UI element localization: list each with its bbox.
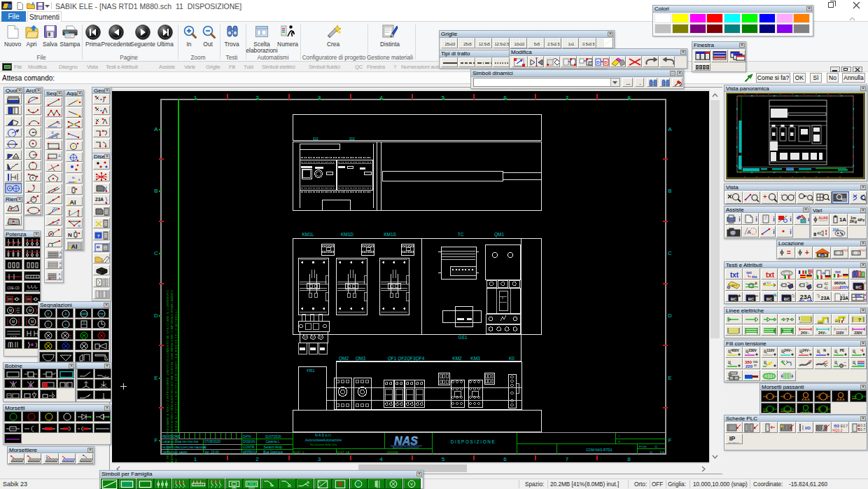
svg-text:txt: txt <box>747 270 752 275</box>
svg-text:F: F <box>668 437 672 443</box>
svg-text:N: N <box>68 232 72 238</box>
svg-text:230V: 230V <box>749 348 757 352</box>
svg-text:D: D <box>596 60 600 64</box>
svg-text:11: 11 <box>650 450 653 454</box>
svg-text:1?V2: 1?V2 <box>860 249 867 252</box>
svg-text:2Kg: 2Kg <box>850 219 857 223</box>
svg-text:110V: 110V <box>836 331 845 335</box>
svg-text:BC: BC <box>748 296 755 301</box>
svg-text:23A: 23A <box>821 296 830 301</box>
svg-text:BC: BC <box>766 296 772 301</box>
svg-text:Catania L.: Catania L. <box>266 440 281 443</box>
svg-text:Δx: Δx <box>72 176 76 179</box>
svg-text:V: V <box>410 482 413 486</box>
svg-text:12.5x5: 12.5x5 <box>479 42 490 46</box>
svg-text:~: ~ <box>844 360 846 364</box>
svg-text:.: . <box>640 81 641 85</box>
svg-text:i: i <box>773 228 775 235</box>
svg-text:24V~: 24V~ <box>801 331 809 335</box>
svg-text:A: A <box>748 229 752 235</box>
svg-text:Δ: Δ <box>57 120 60 124</box>
svg-text:QF1: QF1 <box>388 356 397 361</box>
svg-text:KM1L: KM1L <box>302 232 314 237</box>
svg-text:+: + <box>763 193 766 200</box>
svg-text:Δ: Δ <box>78 178 80 181</box>
svg-text:12.5x2.5: 12.5x2.5 <box>495 42 510 46</box>
svg-text:?: ? <box>858 317 861 322</box>
svg-text:8: 8 <box>627 456 631 462</box>
svg-text:Δ: Δ <box>59 272 61 275</box>
svg-text:1?V2: 1?V2 <box>841 249 848 252</box>
svg-text:24V~: 24V~ <box>802 348 811 352</box>
svg-text:Δ: Δ <box>59 276 61 280</box>
svg-text:25x5: 25x5 <box>463 42 472 46</box>
svg-text:1 2 3: 1 2 3 <box>10 335 18 338</box>
svg-text:24V−: 24V− <box>818 331 827 335</box>
svg-text:ALIAS: ALIAS <box>818 216 828 220</box>
svg-text:KM3: KM3 <box>470 356 480 361</box>
svg-text:AI: AI <box>71 243 78 250</box>
svg-text:GS1: GS1 <box>458 335 467 340</box>
svg-text:VERSIONE SABIK: VERSIONE SABIK <box>162 450 188 454</box>
svg-text:#: # <box>755 281 758 285</box>
svg-text:C: C <box>154 250 158 256</box>
svg-text:i: i <box>738 216 741 223</box>
svg-text:ttx: ttx <box>752 275 758 279</box>
svg-text:3: 3 <box>318 456 321 462</box>
svg-text:0.5x0.5: 0.5x0.5 <box>582 42 595 46</box>
svg-text:D: D <box>668 312 672 319</box>
svg-text:25x10: 25x10 <box>445 42 456 46</box>
svg-text:+: + <box>805 249 809 256</box>
svg-text:Δ: Δ <box>59 266 62 269</box>
svg-text:ORIGINE:: ORIGINE: <box>386 450 399 454</box>
svg-text:%Q1.2: %Q1.2 <box>832 428 843 432</box>
svg-text:FOGL.: FOGL. <box>639 445 648 448</box>
svg-text:B: B <box>154 188 158 194</box>
svg-text:07/08/2020: 07/08/2020 <box>204 440 220 443</box>
svg-text:5: 5 <box>442 456 445 462</box>
svg-text:NAS: NAS <box>394 435 418 447</box>
svg-text:NUMERO MODIFICHE PAGINA: NUMERO MODIFICHE PAGINA <box>162 446 206 449</box>
svg-text:n: n <box>65 322 67 326</box>
svg-text:1x1: 1x1 <box>568 42 575 46</box>
svg-text:110V: 110V <box>766 348 775 352</box>
svg-text:α: α <box>56 135 58 139</box>
svg-text:24V−: 24V− <box>784 348 792 352</box>
svg-text:D: D <box>154 312 158 319</box>
svg-text:E: E <box>154 375 158 381</box>
svg-text:i: i <box>756 216 758 223</box>
svg-text:Δ: Δ <box>59 261 62 265</box>
svg-text:COM:NAS RTD1: COM:NAS RTD1 <box>586 448 612 452</box>
svg-text:F: F <box>155 437 158 443</box>
svg-text:?: ? <box>97 233 100 237</box>
svg-text:BC: BC <box>731 296 737 301</box>
svg-text:REVISIONE :: REVISIONE : <box>162 435 182 439</box>
svg-text:110: 110 <box>753 360 758 364</box>
svg-text:8: 8 <box>700 65 702 69</box>
svg-text:txt: txt <box>766 271 775 279</box>
svg-text:N A S s.r.l.: N A S s.r.l. <box>315 433 332 437</box>
svg-text:ABC: ABC <box>854 294 862 298</box>
svg-text:KM2: KM2 <box>452 356 462 361</box>
svg-text:MFG: MFG <box>732 284 737 287</box>
svg-text:220: 220 <box>746 364 753 369</box>
svg-text:A: A <box>668 126 672 132</box>
svg-text:Via Quintino Sella 11/a: Via Quintino Sella 11/a <box>310 443 337 446</box>
svg-text:QM1: QM1 <box>494 232 504 237</box>
svg-text:M: M <box>30 319 33 324</box>
svg-text:Bua Gianluca: Bua Gianluca <box>263 450 283 454</box>
svg-text:BC: BC <box>784 296 790 301</box>
svg-text:C: C <box>668 250 672 256</box>
svg-text:7: 7 <box>566 456 569 462</box>
svg-text:APPROV.: APPROV. <box>243 450 257 454</box>
svg-text:i: i <box>773 216 775 223</box>
svg-text:Automotive & automazione: Automotive & automazione <box>393 446 419 449</box>
svg-text:QM2: QM2 <box>339 356 349 361</box>
svg-text:Δ: Δ <box>58 153 61 158</box>
svg-text:CDE-CD: CDE-CD <box>7 287 20 290</box>
svg-text:2.5x2.5: 2.5x2.5 <box>547 42 560 46</box>
svg-text:DATA ULTIMA REVISIONE: DATA ULTIMA REVISIONE <box>162 440 199 443</box>
svg-text:α: α <box>57 221 59 225</box>
svg-text:+: + <box>738 293 741 299</box>
svg-text:−: − <box>755 293 759 299</box>
